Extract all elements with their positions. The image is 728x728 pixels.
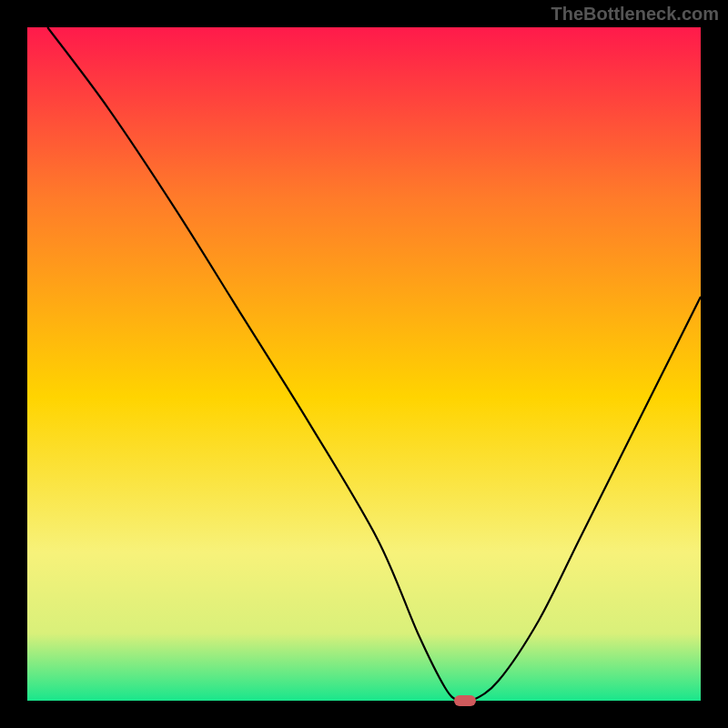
plot-background <box>27 27 701 701</box>
bottleneck-chart <box>0 0 728 728</box>
chart-container: TheBottleneck.com <box>0 0 728 728</box>
watermark-text: TheBottleneck.com <box>551 4 719 25</box>
optimal-marker <box>454 695 476 706</box>
